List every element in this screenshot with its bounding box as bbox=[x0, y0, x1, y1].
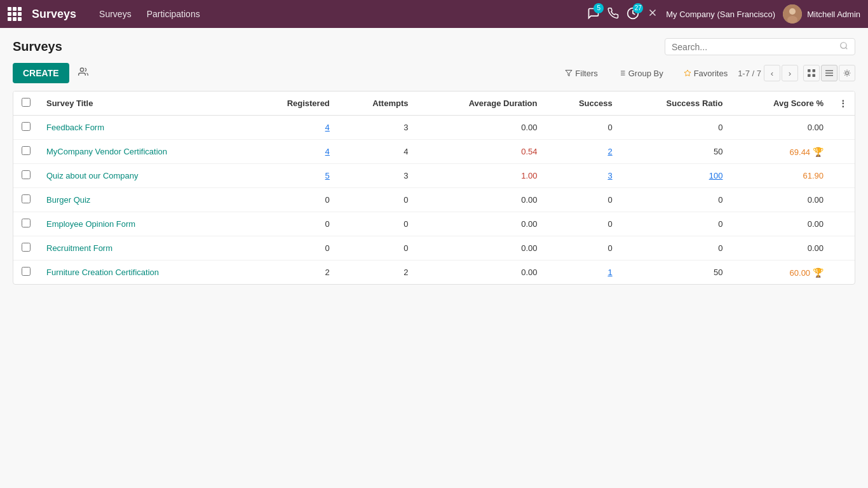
survey-title-link[interactable]: Furniture Creation Certification bbox=[46, 268, 159, 277]
col-registered[interactable]: Registered bbox=[248, 92, 337, 116]
registered-cell: 5 bbox=[248, 164, 337, 188]
select-all-checkbox-header[interactable] bbox=[13, 92, 39, 116]
col-avg-duration[interactable]: Average Duration bbox=[416, 92, 545, 116]
page-header: Surveys bbox=[13, 38, 855, 55]
close-icon[interactable] bbox=[647, 7, 658, 21]
search-bar[interactable] bbox=[665, 38, 855, 55]
avg-duration-cell: 0.00 bbox=[416, 116, 545, 140]
search-input[interactable] bbox=[672, 42, 839, 52]
topbar-nav: Surveys Participations bbox=[92, 9, 208, 19]
page-title: Surveys bbox=[13, 39, 62, 54]
row-actions-cell[interactable] bbox=[831, 236, 855, 261]
avg-score-cell: 0.00 bbox=[730, 116, 831, 140]
messages-badge: 5 bbox=[593, 3, 604, 13]
attempts-cell: 3 bbox=[337, 164, 416, 188]
row-checkbox[interactable] bbox=[22, 267, 31, 276]
survey-title-link[interactable]: Quiz about our Company bbox=[46, 171, 139, 180]
survey-title-link[interactable]: MyCompany Vendor Certification bbox=[46, 147, 167, 156]
registered-cell: 4 bbox=[248, 116, 337, 140]
success-cell: 0 bbox=[545, 116, 620, 140]
registered-link[interactable]: 4 bbox=[325, 123, 330, 132]
success-ratio-cell: 0 bbox=[620, 236, 731, 261]
survey-title-cell: Employee Opinion Form bbox=[39, 212, 248, 236]
nav-surveys[interactable]: Surveys bbox=[92, 9, 139, 19]
col-avg-score[interactable]: Avg Score % bbox=[730, 92, 831, 116]
success-ratio-cell: 0 bbox=[620, 116, 731, 140]
survey-title-cell: Furniture Creation Certification bbox=[39, 261, 248, 285]
registered-link[interactable]: 5 bbox=[325, 171, 330, 180]
activity-icon[interactable]: 27 bbox=[627, 7, 639, 22]
avg-score-value: 61.90 bbox=[803, 171, 824, 180]
prev-page-button[interactable]: ‹ bbox=[764, 65, 780, 81]
list-view-button[interactable] bbox=[821, 65, 837, 81]
group-by-button[interactable]: Group By bbox=[613, 66, 668, 81]
attempts-cell: 0 bbox=[337, 236, 416, 261]
col-title[interactable]: Survey Title bbox=[39, 92, 248, 116]
row-checkbox-cell bbox=[13, 116, 39, 140]
app-brand[interactable]: Surveys bbox=[32, 8, 76, 21]
survey-title-link[interactable]: Feedback Form bbox=[46, 123, 104, 132]
create-button[interactable]: CREATE bbox=[13, 63, 69, 83]
row-checkbox-cell bbox=[13, 188, 39, 212]
activity-badge: 27 bbox=[633, 3, 643, 13]
registered-link[interactable]: 4 bbox=[325, 147, 330, 156]
row-checkbox[interactable] bbox=[22, 146, 31, 155]
topbar-icons: 5 27 My Company (San Francisco) bbox=[587, 4, 860, 24]
svg-line-7 bbox=[846, 48, 848, 50]
phone-icon[interactable] bbox=[607, 8, 619, 21]
col-actions: ⋮ bbox=[831, 92, 855, 116]
row-actions-cell[interactable] bbox=[831, 164, 855, 188]
registered-cell: 4 bbox=[248, 140, 337, 164]
row-actions-cell[interactable] bbox=[831, 188, 855, 212]
avg-duration-cell: 1.00 bbox=[416, 164, 545, 188]
survey-title-cell: Quiz about our Company bbox=[39, 164, 248, 188]
survey-title-cell: Recruitment Form bbox=[39, 236, 248, 261]
row-actions-cell[interactable] bbox=[831, 140, 855, 164]
filters-button[interactable]: Filters bbox=[560, 66, 602, 81]
registered-cell: 2 bbox=[248, 261, 337, 285]
success-cell: 2 bbox=[545, 140, 620, 164]
kanban-view-button[interactable] bbox=[803, 65, 820, 81]
success-link[interactable]: 3 bbox=[607, 171, 612, 180]
svg-rect-23 bbox=[825, 75, 833, 76]
success-link[interactable]: 1 bbox=[607, 268, 612, 277]
col-attempts[interactable]: Attempts bbox=[337, 92, 416, 116]
table-row: Furniture Creation Certification220.0015… bbox=[13, 261, 855, 285]
row-checkbox[interactable] bbox=[22, 243, 31, 252]
survey-title-cell: MyCompany Vendor Certification bbox=[39, 140, 248, 164]
row-checkbox[interactable] bbox=[22, 122, 31, 131]
row-actions-cell[interactable] bbox=[831, 116, 855, 140]
toolbar-filters: Filters Group By bbox=[560, 66, 733, 81]
row-checkbox[interactable] bbox=[22, 219, 31, 227]
messages-icon[interactable]: 5 bbox=[587, 7, 600, 22]
table-row: Feedback Form430.00000.00 bbox=[13, 116, 855, 140]
success-ratio-link[interactable]: 100 bbox=[709, 171, 723, 180]
row-checkbox-cell bbox=[13, 212, 39, 236]
col-success-ratio[interactable]: Success Ratio bbox=[620, 92, 731, 116]
trophy-icon: 🏆 bbox=[810, 268, 824, 278]
survey-title-link[interactable]: Burger Quiz bbox=[46, 195, 90, 205]
row-checkbox[interactable] bbox=[22, 170, 31, 179]
success-cell: 0 bbox=[545, 188, 620, 212]
settings-view-button[interactable] bbox=[839, 65, 855, 81]
row-actions-cell[interactable] bbox=[831, 261, 855, 285]
row-actions-cell[interactable] bbox=[831, 212, 855, 236]
favorites-button[interactable]: Favorites bbox=[679, 66, 733, 81]
header-left: Surveys bbox=[13, 39, 62, 54]
success-link[interactable]: 2 bbox=[607, 147, 612, 156]
next-page-button[interactable]: › bbox=[782, 65, 798, 81]
user-menu[interactable]: Mitchell Admin bbox=[783, 4, 860, 24]
avatar bbox=[783, 4, 802, 24]
row-checkbox[interactable] bbox=[22, 194, 31, 203]
survey-title-link[interactable]: Employee Opinion Form bbox=[46, 219, 135, 229]
survey-title-link[interactable]: Recruitment Form bbox=[46, 243, 112, 253]
survey-title-cell: Burger Quiz bbox=[39, 188, 248, 212]
nav-participations[interactable]: Participations bbox=[139, 9, 208, 19]
select-all-checkbox[interactable] bbox=[22, 98, 31, 107]
app-grid-icon[interactable] bbox=[8, 7, 22, 21]
col-success[interactable]: Success bbox=[545, 92, 620, 116]
trophy-icon: 🏆 bbox=[810, 147, 824, 157]
success-cell: 0 bbox=[545, 212, 620, 236]
svg-point-4 bbox=[789, 8, 796, 15]
import-icon[interactable] bbox=[76, 64, 91, 83]
